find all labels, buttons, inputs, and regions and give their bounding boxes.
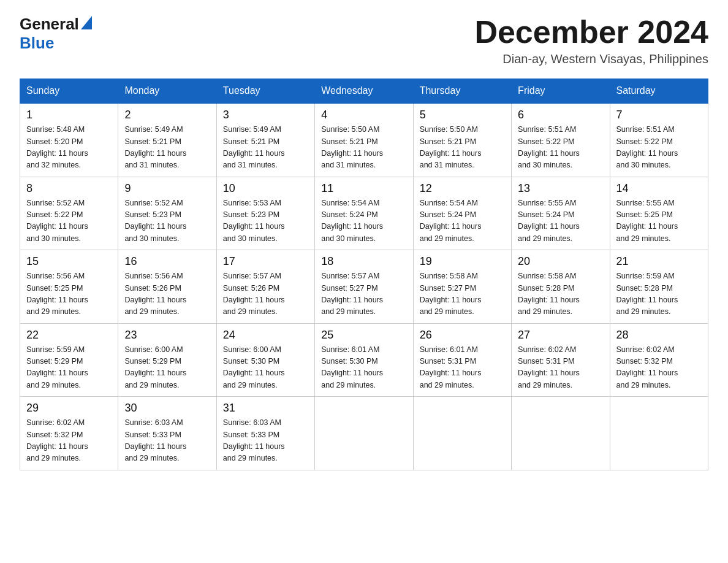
day-detail: Sunrise: 6:01 AMSunset: 5:31 PMDaylight:… xyxy=(420,345,482,389)
weekday-header-row: SundayMondayTuesdayWednesdayThursdayFrid… xyxy=(20,79,708,104)
day-detail: Sunrise: 5:53 AMSunset: 5:23 PMDaylight:… xyxy=(223,199,285,243)
day-detail: Sunrise: 5:55 AMSunset: 5:24 PMDaylight:… xyxy=(518,199,580,243)
calendar-cell xyxy=(610,397,708,470)
day-number: 24 xyxy=(223,329,308,342)
location: Dian-ay, Western Visayas, Philippines xyxy=(474,52,708,66)
calendar-cell: 2 Sunrise: 5:49 AMSunset: 5:21 PMDayligh… xyxy=(118,103,216,177)
day-detail: Sunrise: 6:02 AMSunset: 5:32 PMDaylight:… xyxy=(616,345,678,389)
day-detail: Sunrise: 5:51 AMSunset: 5:22 PMDaylight:… xyxy=(518,125,580,169)
weekday-header-wednesday: Wednesday xyxy=(315,79,413,104)
day-number: 7 xyxy=(616,109,702,121)
day-detail: Sunrise: 5:54 AMSunset: 5:24 PMDaylight:… xyxy=(321,199,383,243)
calendar-cell: 21 Sunrise: 5:59 AMSunset: 5:28 PMDaylig… xyxy=(610,250,708,324)
logo-general-text: General xyxy=(20,15,79,34)
day-number: 30 xyxy=(124,402,210,415)
title-section: December 2024 Dian-ay, Western Visayas, … xyxy=(474,15,708,66)
calendar-cell: 7 Sunrise: 5:51 AMSunset: 5:22 PMDayligh… xyxy=(610,103,708,177)
week-row-4: 22 Sunrise: 5:59 AMSunset: 5:29 PMDaylig… xyxy=(20,323,708,397)
page-header: General Blue December 2024 Dian-ay, West… xyxy=(20,15,708,66)
calendar-cell: 13 Sunrise: 5:55 AMSunset: 5:24 PMDaylig… xyxy=(512,177,610,250)
calendar-cell: 12 Sunrise: 5:54 AMSunset: 5:24 PMDaylig… xyxy=(413,177,511,250)
day-detail: Sunrise: 5:56 AMSunset: 5:26 PMDaylight:… xyxy=(124,272,186,316)
calendar-cell: 9 Sunrise: 5:52 AMSunset: 5:23 PMDayligh… xyxy=(118,177,216,250)
calendar-cell: 8 Sunrise: 5:52 AMSunset: 5:22 PMDayligh… xyxy=(20,177,118,250)
day-number: 22 xyxy=(26,329,112,342)
day-number: 16 xyxy=(124,255,210,268)
day-number: 3 xyxy=(223,109,308,121)
day-detail: Sunrise: 5:58 AMSunset: 5:27 PMDaylight:… xyxy=(420,272,482,316)
day-detail: Sunrise: 5:49 AMSunset: 5:21 PMDaylight:… xyxy=(124,125,186,169)
day-detail: Sunrise: 6:03 AMSunset: 5:33 PMDaylight:… xyxy=(223,418,285,462)
day-detail: Sunrise: 5:54 AMSunset: 5:24 PMDaylight:… xyxy=(420,199,482,243)
calendar-cell: 30 Sunrise: 6:03 AMSunset: 5:33 PMDaylig… xyxy=(118,397,216,470)
calendar-cell: 18 Sunrise: 5:57 AMSunset: 5:27 PMDaylig… xyxy=(315,250,413,324)
day-number: 27 xyxy=(518,329,603,342)
day-detail: Sunrise: 5:51 AMSunset: 5:22 PMDaylight:… xyxy=(616,125,678,169)
calendar-cell: 22 Sunrise: 5:59 AMSunset: 5:29 PMDaylig… xyxy=(20,323,118,397)
calendar-cell: 27 Sunrise: 6:02 AMSunset: 5:31 PMDaylig… xyxy=(512,323,610,397)
day-number: 18 xyxy=(321,255,406,268)
calendar-cell: 26 Sunrise: 6:01 AMSunset: 5:31 PMDaylig… xyxy=(413,323,511,397)
day-number: 28 xyxy=(616,329,702,342)
calendar-cell: 17 Sunrise: 5:57 AMSunset: 5:26 PMDaylig… xyxy=(216,250,314,324)
day-number: 26 xyxy=(420,329,505,342)
day-number: 20 xyxy=(518,255,603,268)
day-number: 29 xyxy=(26,402,112,415)
calendar-cell: 4 Sunrise: 5:50 AMSunset: 5:21 PMDayligh… xyxy=(315,103,413,177)
calendar-cell: 19 Sunrise: 5:58 AMSunset: 5:27 PMDaylig… xyxy=(413,250,511,324)
calendar-cell: 3 Sunrise: 5:49 AMSunset: 5:21 PMDayligh… xyxy=(216,103,314,177)
weekday-header-tuesday: Tuesday xyxy=(216,79,314,104)
day-number: 17 xyxy=(223,255,308,268)
calendar-cell: 16 Sunrise: 5:56 AMSunset: 5:26 PMDaylig… xyxy=(118,250,216,324)
day-number: 8 xyxy=(26,182,112,195)
weekday-header-sunday: Sunday xyxy=(20,79,118,104)
week-row-2: 8 Sunrise: 5:52 AMSunset: 5:22 PMDayligh… xyxy=(20,177,708,250)
day-number: 31 xyxy=(223,402,308,415)
day-number: 12 xyxy=(420,182,505,195)
day-detail: Sunrise: 5:57 AMSunset: 5:27 PMDaylight:… xyxy=(321,272,383,316)
calendar-cell: 10 Sunrise: 5:53 AMSunset: 5:23 PMDaylig… xyxy=(216,177,314,250)
day-detail: Sunrise: 6:02 AMSunset: 5:31 PMDaylight:… xyxy=(518,345,580,389)
calendar-cell: 14 Sunrise: 5:55 AMSunset: 5:25 PMDaylig… xyxy=(610,177,708,250)
calendar-cell: 5 Sunrise: 5:50 AMSunset: 5:21 PMDayligh… xyxy=(413,103,511,177)
day-detail: Sunrise: 5:52 AMSunset: 5:23 PMDaylight:… xyxy=(124,199,186,243)
logo-triangle-icon xyxy=(81,16,92,32)
day-number: 4 xyxy=(321,109,406,121)
week-row-5: 29 Sunrise: 6:02 AMSunset: 5:32 PMDaylig… xyxy=(20,397,708,470)
day-detail: Sunrise: 5:49 AMSunset: 5:21 PMDaylight:… xyxy=(223,125,285,169)
calendar-cell: 25 Sunrise: 6:01 AMSunset: 5:30 PMDaylig… xyxy=(315,323,413,397)
calendar-cell: 23 Sunrise: 6:00 AMSunset: 5:29 PMDaylig… xyxy=(118,323,216,397)
day-detail: Sunrise: 5:56 AMSunset: 5:25 PMDaylight:… xyxy=(26,272,88,316)
day-detail: Sunrise: 5:59 AMSunset: 5:28 PMDaylight:… xyxy=(616,272,678,316)
day-detail: Sunrise: 5:48 AMSunset: 5:20 PMDaylight:… xyxy=(26,125,88,169)
day-number: 19 xyxy=(420,255,505,268)
day-detail: Sunrise: 6:02 AMSunset: 5:32 PMDaylight:… xyxy=(26,418,88,462)
day-number: 15 xyxy=(26,255,112,268)
calendar-cell: 20 Sunrise: 5:58 AMSunset: 5:28 PMDaylig… xyxy=(512,250,610,324)
day-detail: Sunrise: 6:00 AMSunset: 5:29 PMDaylight:… xyxy=(124,345,186,389)
day-number: 9 xyxy=(124,182,210,195)
logo-blue-text: Blue xyxy=(20,34,54,53)
svg-marker-0 xyxy=(81,16,92,29)
weekday-header-monday: Monday xyxy=(118,79,216,104)
day-detail: Sunrise: 6:00 AMSunset: 5:30 PMDaylight:… xyxy=(223,345,285,389)
day-detail: Sunrise: 5:52 AMSunset: 5:22 PMDaylight:… xyxy=(26,199,88,243)
calendar-cell: 28 Sunrise: 6:02 AMSunset: 5:32 PMDaylig… xyxy=(610,323,708,397)
day-number: 23 xyxy=(124,329,210,342)
day-detail: Sunrise: 5:50 AMSunset: 5:21 PMDaylight:… xyxy=(321,125,383,169)
day-detail: Sunrise: 6:01 AMSunset: 5:30 PMDaylight:… xyxy=(321,345,383,389)
calendar-cell xyxy=(315,397,413,470)
day-detail: Sunrise: 5:58 AMSunset: 5:28 PMDaylight:… xyxy=(518,272,580,316)
day-number: 10 xyxy=(223,182,308,195)
day-detail: Sunrise: 6:03 AMSunset: 5:33 PMDaylight:… xyxy=(124,418,186,462)
day-number: 13 xyxy=(518,182,603,195)
calendar-cell: 24 Sunrise: 6:00 AMSunset: 5:30 PMDaylig… xyxy=(216,323,314,397)
weekday-header-thursday: Thursday xyxy=(413,79,511,104)
day-number: 6 xyxy=(518,109,603,121)
calendar-cell: 1 Sunrise: 5:48 AMSunset: 5:20 PMDayligh… xyxy=(20,103,118,177)
week-row-3: 15 Sunrise: 5:56 AMSunset: 5:25 PMDaylig… xyxy=(20,250,708,324)
calendar-cell: 11 Sunrise: 5:54 AMSunset: 5:24 PMDaylig… xyxy=(315,177,413,250)
day-number: 2 xyxy=(124,109,210,121)
calendar-cell: 29 Sunrise: 6:02 AMSunset: 5:32 PMDaylig… xyxy=(20,397,118,470)
weekday-header-saturday: Saturday xyxy=(610,79,708,104)
